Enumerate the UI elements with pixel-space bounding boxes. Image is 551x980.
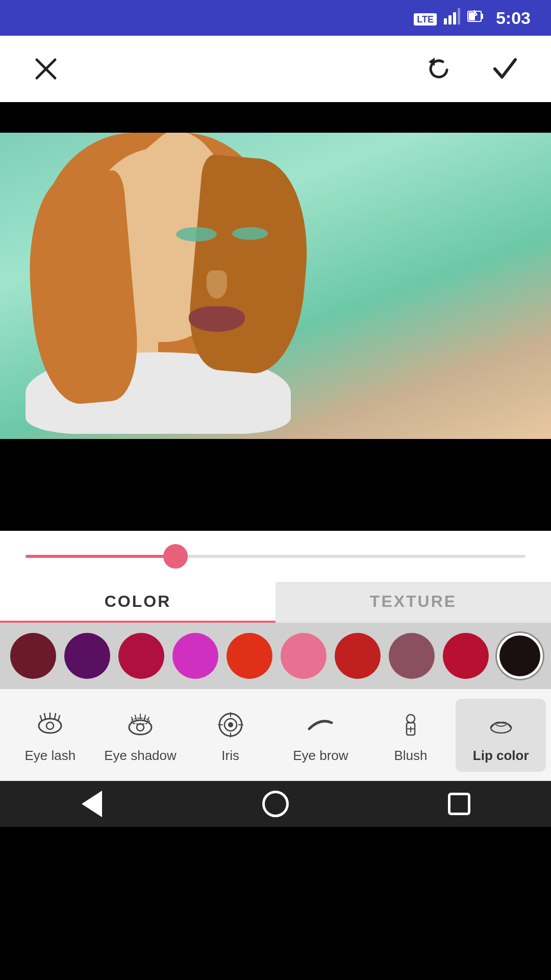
svg-point-29 — [228, 722, 233, 727]
svg-rect-5 — [481, 14, 483, 19]
svg-line-17 — [55, 714, 56, 719]
svg-point-34 — [407, 715, 415, 723]
status-bar: LTE 5:03 — [0, 0, 551, 36]
confirm-button[interactable] — [485, 48, 525, 89]
svg-point-20 — [137, 724, 144, 731]
nav-back-button[interactable] — [71, 783, 112, 824]
tab-color[interactable]: COLOR — [0, 582, 276, 623]
svg-rect-6 — [469, 12, 475, 20]
svg-line-18 — [58, 716, 60, 721]
color-swatch-8[interactable] — [389, 633, 435, 679]
lte-indicator: LTE — [414, 10, 437, 26]
slider-track[interactable] — [26, 555, 525, 558]
nav-home-button[interactable] — [255, 783, 296, 824]
nav-home-icon — [262, 791, 289, 817]
tool-lip-color[interactable]: Lip color — [456, 699, 546, 772]
svg-line-15 — [44, 714, 45, 719]
svg-rect-1 — [448, 15, 452, 24]
tool-eye-brow-label: Eye brow — [293, 748, 348, 764]
tab-texture[interactable]: TEXTURE — [276, 582, 551, 623]
top-bar — [0, 36, 551, 102]
tools-bar: Eye lash Eye shadow — [0, 689, 551, 781]
tool-eye-lash-label: Eye lash — [24, 748, 76, 764]
iris-icon — [213, 707, 248, 743]
undo-button[interactable] — [418, 48, 459, 89]
color-swatch-1[interactable] — [10, 633, 56, 679]
slider-area[interactable] — [0, 531, 551, 582]
eye-lash-icon — [32, 707, 68, 743]
tabs-bar: COLOR TEXTURE — [0, 582, 551, 623]
lip-color-icon — [483, 707, 519, 743]
color-swatch-7[interactable] — [335, 633, 381, 679]
slider-fill — [26, 555, 176, 558]
svg-rect-3 — [458, 8, 460, 24]
battery-icon — [467, 8, 484, 28]
photo-background — [0, 133, 551, 439]
svg-point-13 — [46, 722, 54, 729]
svg-line-22 — [132, 717, 133, 722]
svg-rect-2 — [453, 12, 456, 24]
tool-eye-shadow[interactable]: Eye shadow — [95, 699, 186, 772]
tool-blush[interactable]: Blush — [366, 699, 456, 772]
svg-rect-0 — [444, 18, 447, 24]
tool-eye-shadow-label: Eye shadow — [104, 748, 177, 764]
color-swatch-6[interactable] — [281, 633, 327, 679]
color-swatch-2[interactable] — [64, 633, 110, 679]
eye-brow-icon — [303, 707, 338, 743]
svg-line-26 — [147, 717, 149, 722]
color-swatches-row — [0, 623, 551, 689]
nav-bar — [0, 781, 551, 827]
close-button[interactable] — [26, 48, 66, 89]
eye-shadow-icon — [122, 707, 158, 743]
color-swatch-10[interactable] — [497, 633, 543, 679]
tool-eye-brow[interactable]: Eye brow — [276, 699, 366, 772]
svg-line-14 — [40, 716, 42, 721]
status-time: 5:03 — [496, 8, 531, 28]
tool-iris-label: Iris — [221, 748, 239, 764]
tool-blush-label: Blush — [394, 748, 428, 764]
nav-recents-icon — [448, 793, 470, 815]
nav-recents-button[interactable] — [439, 783, 480, 824]
color-swatch-5[interactable] — [227, 633, 272, 679]
signal-icon — [444, 8, 460, 28]
tool-eye-lash[interactable]: Eye lash — [5, 699, 95, 772]
color-swatch-9[interactable] — [443, 633, 489, 679]
tool-lip-color-label: Lip color — [473, 748, 529, 764]
slider-thumb[interactable] — [163, 544, 188, 569]
blush-icon — [393, 707, 429, 743]
image-area — [0, 102, 551, 531]
color-swatch-4[interactable] — [172, 633, 218, 679]
nav-back-icon — [82, 791, 102, 817]
color-swatch-3[interactable] — [118, 633, 164, 679]
tool-iris[interactable]: Iris — [185, 699, 276, 772]
